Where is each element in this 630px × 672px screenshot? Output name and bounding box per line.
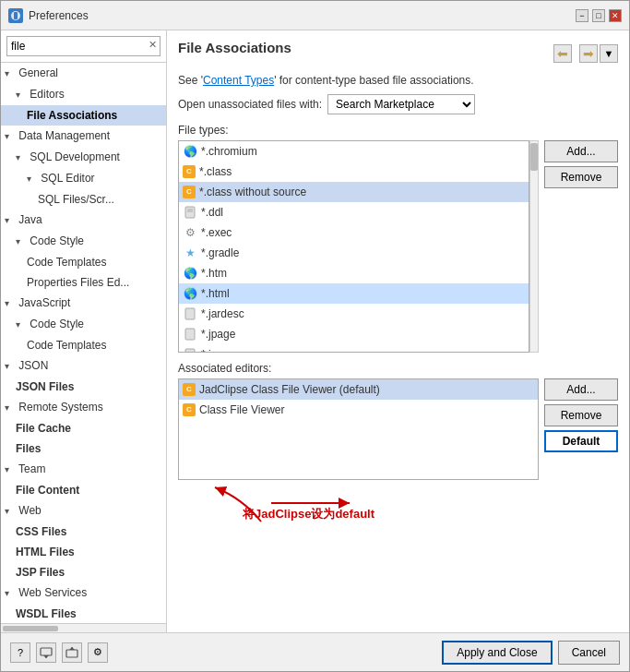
list-item[interactable]: C Class File Viewer: [179, 400, 538, 420]
close-button[interactable]: ✕: [609, 9, 622, 22]
expand-icon: ▾: [5, 462, 16, 478]
cancel-button[interactable]: Cancel: [558, 641, 620, 665]
sidebar-item-properties-files[interactable]: Properties Files Ed...: [1, 272, 166, 293]
assoc-editors-list[interactable]: C JadClipse Class File Viewer (default) …: [178, 378, 539, 480]
file-icon: [183, 347, 197, 353]
sidebar-item-javascript[interactable]: ▾ JavaScript: [1, 293, 166, 314]
file-type-name: *.class: [199, 163, 232, 180]
sidebar-item-remote-systems[interactable]: ▾ Remote Systems: [1, 397, 166, 418]
file-list-with-scroll: 🌎 *.chromium C *.class C *.cl: [178, 140, 539, 353]
sidebar-item-files[interactable]: Files: [1, 438, 166, 459]
sidebar-item-java[interactable]: ▾ Java: [1, 210, 166, 231]
search-clear-icon[interactable]: ✕: [149, 39, 157, 51]
back-button[interactable]: ⬅: [553, 44, 572, 63]
file-types-section: File types: 🌎 *.chromium C: [178, 124, 618, 353]
app-icon: [8, 8, 23, 23]
sidebar-item-js-code-style[interactable]: ▾ Code Style: [1, 314, 166, 335]
sidebar-item-js-code-templates[interactable]: Code Templates: [1, 335, 166, 355]
list-item[interactable]: *.ddl: [179, 202, 529, 222]
sidebar-item-sql-dev[interactable]: ▾ SQL Development: [1, 147, 166, 168]
assoc-editor-buttons: Add... Remove Default: [544, 378, 618, 535]
globe-icon: 🌎: [183, 286, 197, 301]
remove-file-type-button[interactable]: Remove: [544, 166, 618, 188]
tree-area: ▾ General ▾ Editors File Associations ▾ …: [1, 63, 166, 623]
help-button[interactable]: ?: [10, 642, 30, 663]
gradle-icon: ★: [183, 246, 197, 260]
sidebar-item-json[interactable]: ▾ JSON: [1, 355, 166, 377]
open-unassoc-dropdown[interactable]: Search Marketplace: [327, 94, 475, 114]
sidebar-item-file-associations[interactable]: File Associations: [1, 105, 166, 126]
sidebar-item-team[interactable]: ▾ Team: [1, 459, 166, 480]
list-item[interactable]: ⚙ *.exec: [179, 222, 529, 243]
apply-close-button[interactable]: Apply and Close: [442, 641, 552, 665]
sidebar-item-file-cache[interactable]: File Cache: [1, 418, 166, 438]
sidebar-item-html-files[interactable]: HTML Files: [1, 542, 166, 562]
content-area: ✕ ▾ General ▾ Editors File Associations: [1, 30, 629, 632]
sidebar-item-data-management[interactable]: ▾ Data Management: [1, 126, 166, 147]
expand-icon: ▾: [16, 317, 27, 333]
bottom-icons: ? ⚙: [10, 642, 442, 663]
svg-rect-2: [185, 207, 195, 218]
sidebar-item-sql-files[interactable]: SQL Files/Scr...: [1, 189, 166, 210]
svg-rect-14: [66, 650, 77, 657]
export-button[interactable]: [62, 642, 82, 663]
file-types-list[interactable]: 🌎 *.chromium C *.class C *.cl: [178, 140, 529, 353]
forward-button[interactable]: ➡: [579, 44, 598, 63]
bottom-actions: Apply and Close Cancel: [442, 641, 620, 665]
menu-button[interactable]: ▼: [600, 44, 618, 63]
file-list-vscroll[interactable]: [529, 140, 539, 353]
annotation-area: 将JadClipse设为default: [178, 480, 539, 535]
sidebar-item-code-style[interactable]: ▾ Code Style: [1, 231, 166, 252]
preferences-icon-btn[interactable]: ⚙: [88, 642, 108, 663]
list-item[interactable]: ★ *.gradle: [179, 243, 529, 263]
list-item[interactable]: 🌎 *.chromium: [179, 141, 529, 162]
minimize-button[interactable]: −: [576, 9, 588, 22]
sidebar-item-json-files[interactable]: JSON Files: [1, 377, 166, 397]
panel-title: File Associations: [178, 40, 291, 59]
import-button[interactable]: [36, 642, 56, 663]
add-file-type-button[interactable]: Add...: [544, 140, 618, 162]
sidebar-hscroll[interactable]: [1, 623, 166, 632]
list-item[interactable]: C *.class: [179, 162, 529, 182]
remove-editor-button[interactable]: Remove: [544, 404, 618, 426]
expand-icon: ▾: [5, 503, 16, 520]
sidebar-item-file-content[interactable]: File Content: [1, 480, 166, 500]
search-input[interactable]: [6, 36, 160, 56]
file-type-name: *.ddl: [201, 204, 223, 221]
file-icon: [183, 306, 197, 321]
list-item[interactable]: *.jpage: [179, 324, 529, 344]
content-types-link[interactable]: Content Types: [203, 74, 274, 87]
file-type-name: *.jpage: [201, 326, 235, 342]
sidebar-item-web-services[interactable]: ▾ Web Services: [1, 582, 166, 604]
sidebar-item-editors[interactable]: ▾ Editors: [1, 84, 166, 105]
expand-icon: ▾: [16, 87, 27, 103]
sidebar-item-wsdl-files[interactable]: WSDL Files: [1, 604, 166, 623]
sidebar-item-general[interactable]: ▾ General: [1, 63, 166, 84]
sidebar-item-jsp-files[interactable]: JSP Files: [1, 562, 166, 582]
desc-prefix: See ': [178, 74, 203, 87]
add-editor-button[interactable]: Add...: [544, 378, 618, 401]
list-item[interactable]: 🌎 *.html: [179, 283, 529, 304]
list-item[interactable]: *.js: [179, 344, 529, 353]
list-item[interactable]: C *.class without source: [179, 182, 529, 202]
sidebar-item-code-templates[interactable]: Code Templates: [1, 252, 166, 272]
svg-marker-13: [43, 655, 49, 658]
file-type-name: *.exec: [201, 224, 232, 241]
expand-icon: ▾: [5, 585, 16, 602]
maximize-button[interactable]: □: [592, 9, 605, 22]
expand-icon: ▾: [5, 128, 16, 145]
sidebar-item-sql-editor[interactable]: ▾ SQL Editor: [1, 168, 166, 189]
preferences-window: Preferences − □ ✕ ✕ ▾ General: [0, 0, 630, 672]
assoc-editors-label: Associated editors:: [178, 362, 618, 375]
default-editor-button[interactable]: Default: [544, 430, 618, 452]
list-item[interactable]: 🌎 *.htm: [179, 263, 529, 283]
sidebar-item-web[interactable]: ▾ Web: [1, 500, 166, 522]
window-title: Preferences: [29, 9, 576, 22]
list-item[interactable]: C JadClipse Class File Viewer (default): [179, 379, 538, 400]
main-panel: File Associations ⬅ ➡ ▼ See 'Content Typ…: [167, 30, 629, 632]
expand-icon: ▾: [5, 358, 16, 375]
file-types-label: File types:: [178, 124, 618, 137]
vscroll-thumb: [530, 143, 538, 171]
sidebar-item-css-files[interactable]: CSS Files: [1, 522, 166, 542]
list-item[interactable]: *.jardesc: [179, 304, 529, 324]
